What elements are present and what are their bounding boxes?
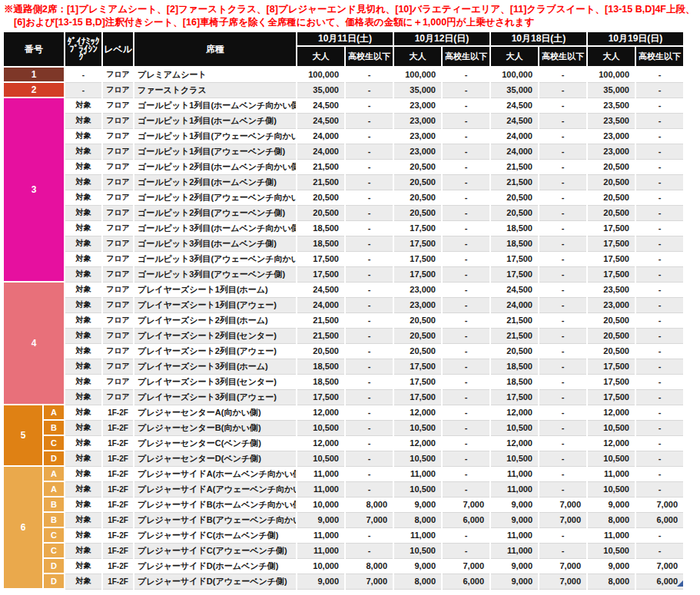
price-cell: - [345,282,393,297]
price-cell: 9,000 [393,558,442,574]
table-row: B対象1F-2FプレジャーサイドB(アウェーベンチ向かい側)9,0007,000… [3,512,684,527]
seat-type-cell: プレジャーサイドA(アウェーベンチ向かい側) [134,481,297,497]
seat-type-cell: プレジャーサイドB(アウェーベンチ向かい側) [134,512,297,527]
price-cell: 20,500 [490,190,539,205]
price-cell: 20,500 [490,205,539,220]
price-cell: - [345,435,393,451]
level-cell: フロア [102,266,134,282]
price-cell: 20,500 [393,328,442,343]
price-cell: - [345,543,393,558]
price-cell: 21,500 [490,312,539,328]
price-cell: - [635,297,684,312]
price-cell: 21,500 [297,159,345,174]
seat-type-cell: ゴールピット1列目(アウェーベンチ側) [134,144,297,159]
table-row: 対象フロアゴールピット2列目(ホームベンチ向かい側)21,500-20,500-… [3,159,684,174]
price-cell: 11,000 [297,527,345,543]
price-cell: 24,000 [297,128,345,144]
price-cell: 18,500 [297,220,345,236]
price-cell: - [345,266,393,282]
price-cell: 20,500 [490,343,539,359]
seat-type-cell: プレイヤーズシート3列目(ホーム) [134,359,297,374]
price-cell: - [635,82,684,98]
price-cell: 17,500 [393,359,442,374]
dynamic-pricing-cell: 対象 [65,497,102,512]
price-cell: - [539,251,587,266]
level-cell: フロア [102,282,134,297]
price-cell: 10,000 [297,497,345,512]
price-cell: - [345,113,393,128]
price-cell: - [539,67,587,82]
price-cell: - [539,312,587,328]
price-cell: 12,000 [297,435,345,451]
price-cell: 9,000 [297,574,345,589]
price-cell: - [442,144,490,159]
seat-type-cell: プレイヤーズシート1列目(ホーム) [134,282,297,297]
price-cell: - [442,82,490,98]
dynamic-pricing-cell: 対象 [65,405,102,420]
dynamic-pricing-cell: 対象 [65,266,102,282]
price-cell: - [442,67,490,82]
price-cell: 17,500 [393,236,442,251]
note-line-2: [6]および[13-15 B,D]注釈付きシート、[16]車椅子席を除く全席種に… [4,16,695,29]
price-cell: 9,000 [393,497,442,512]
level-cell: フロア [102,67,134,82]
price-cell: 35,000 [393,82,442,98]
seat-type-cell: プレジャーセンターC(ベンチ側) [134,435,297,451]
level-cell: フロア [102,144,134,159]
section-letter: C [43,435,65,451]
price-cell: - [635,128,684,144]
price-cell: 23,000 [393,144,442,159]
price-cell: 18,500 [490,359,539,374]
col-header-dynamic-pricing: ﾀﾞｲﾅﾐｯｸ ﾌﾟﾗｲｼﾝｸﾞ [65,31,102,67]
price-cell: 9,000 [297,512,345,527]
price-cell: 10,500 [297,451,345,466]
section-letter: A [43,466,65,481]
price-cell: 24,000 [490,144,539,159]
seat-type-cell: プレミアムシート [134,67,297,82]
table-row: 3対象フロアゴールピット1列目(ホームベンチ向かい側)24,500-23,000… [3,98,684,113]
price-cell: - [635,282,684,297]
price-cell: 20,500 [297,190,345,205]
date-header: 10月18日(土) [490,31,587,46]
date-header: 10月11日(土) [297,31,393,46]
price-cell: - [539,420,587,435]
price-cell: - [635,328,684,343]
price-cell: 23,500 [587,98,635,113]
age-header-student: 高校生以下 [345,46,393,67]
table-row: C対象1F-2FプレジャーサイドC(ホームベンチ側)11,000-11,000-… [3,527,684,543]
age-header-adult: 大人 [587,46,635,67]
table-row: 対象フロアゴールピット1列目(アウェーベンチ向かい側)24,000-23,000… [3,128,684,144]
price-cell: 20,500 [297,343,345,359]
level-cell: フロア [102,236,134,251]
price-cell: 18,500 [490,374,539,389]
price-cell: 12,000 [393,405,442,420]
price-cell: 24,500 [490,282,539,297]
price-cell: - [539,343,587,359]
price-cell: 17,500 [587,374,635,389]
cell-corner-marker [677,580,683,587]
table-row: C対象1F-2FプレジャーサイドC(アウェーベンチ側)11,000-10,500… [3,543,684,558]
table-row: 対象フロアプレイヤーズシート2列目(ホーム)21,500-20,500-21,5… [3,312,684,328]
price-cell: 9,000 [490,558,539,574]
section-number: 6 [3,466,43,589]
price-cell: 21,500 [297,312,345,328]
price-cell: 21,500 [297,328,345,343]
price-cell: 23,000 [587,144,635,159]
section-letter: A [43,405,65,420]
seat-type-cell: ゴールピット2列目(アウェーベンチ側) [134,205,297,220]
col-header-level: レベル [102,31,134,67]
price-cell: 35,000 [587,82,635,98]
price-cell: - [345,82,393,98]
price-cell: - [635,343,684,359]
table-row: 6A対象1F-2FプレジャーサイドA(ホームベンチ向かい側)11,000-11,… [3,466,684,481]
price-cell: - [345,451,393,466]
price-cell: 23,000 [393,282,442,297]
level-cell: フロア [102,205,134,220]
price-cell: - [345,374,393,389]
price-cell: 23,000 [587,128,635,144]
price-cell: 7,000 [345,512,393,527]
price-cell: - [635,543,684,558]
level-cell: 1F-2F [102,574,134,589]
price-cell: 21,500 [490,328,539,343]
dynamic-pricing-cell: 対象 [65,543,102,558]
